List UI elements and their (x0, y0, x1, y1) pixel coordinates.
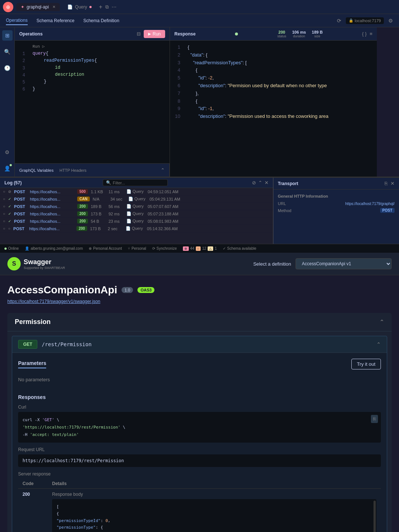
nav-schema-reference[interactable]: Schema Reference (37, 17, 75, 25)
add-tab-button[interactable]: + (99, 4, 102, 10)
permission-group-title: Permission (15, 318, 51, 326)
response-panel: Response 200 status 106 ms duration 189 … (170, 27, 377, 177)
main-editor-area: ⊞ 🔍 🕐 ⚙ 👤 Operations ⊟ ▶ Run (0, 27, 399, 177)
response-body-label: Response body (52, 492, 376, 497)
swagger-select-wrap: Select a definition AccessCompanionApi v… (253, 258, 392, 269)
nav-schema-definition[interactable]: Schema Definition (83, 17, 119, 25)
response-body-scrollbar[interactable] (374, 501, 376, 532)
response-row-200: 200 Response body [ { "permissionTypeId"… (18, 489, 381, 532)
log-panel: Log (57) 🔍 ⊘ ⌃ ✕ ○ ⊘ POST https://localh… (0, 178, 273, 244)
log-clear-icon[interactable]: ⊘ (252, 180, 256, 185)
log-row[interactable]: ○ ✓ POST https://localhos... 200 54 B 23… (0, 218, 273, 225)
log-row[interactable]: ○ ✓ POST https://localhos... CAN N/A 34 … (0, 195, 273, 203)
log-row[interactable]: ○ ⊘ POST https://localhos... 500 1.1 KB … (0, 188, 273, 195)
response-body-block[interactable]: [ { "permissionTypeId": 0, "permissionTy… (52, 499, 376, 532)
log-url-3: https://localhos... (30, 204, 74, 209)
rb-line-1: [ (57, 504, 372, 511)
log-type-6: 📄 Query (126, 226, 144, 231)
log-url-2: https://localhos... (30, 197, 74, 201)
endpoint-header-left: GET /rest/Permission (18, 340, 372, 349)
operations-panel: Operations ⊟ ▶ Run 1 2 3 4 5 6 (15, 27, 170, 177)
log-row[interactable]: ○ ✓ POST https://localhos... 200 173 B 9… (0, 210, 273, 218)
schema-check-icon: ✓ (223, 246, 226, 250)
method-badge-get: GET (18, 340, 37, 349)
code-content[interactable]: Run ▷ query{ readPermissionTypes{ id des… (30, 44, 170, 160)
status-branch: ⑂ Personal (128, 246, 146, 250)
log-type-2: 📄 Query (128, 197, 147, 201)
log-size-1: 1.1 KB (91, 190, 106, 194)
log-row[interactable]: ○ ✓ POST https://localhos... 200 189 B 5… (0, 203, 273, 210)
sidebar-icon-explorer[interactable]: ⊞ (2, 30, 13, 41)
tab-close-graphql[interactable]: ✕ (52, 5, 55, 9)
transport-close-icon[interactable]: ✕ (391, 181, 395, 186)
operations-config-icon[interactable]: ⊟ (137, 31, 141, 37)
log-size-4: 173 B (91, 212, 106, 216)
status-email: 👤 alberto.gruning.zen@gmail.com (25, 246, 83, 250)
response-code: { "data": { "readPermissionTypes": [ { "… (185, 44, 377, 174)
log-type-1: 📄 Query (126, 189, 145, 194)
log-title: Log (57) (4, 180, 22, 185)
log-ts-3: 05:07:07.607 AM (148, 204, 185, 209)
transport-copy-icon[interactable]: ⎘ (385, 181, 388, 186)
stat-duration: 106 ms duration (292, 30, 306, 38)
curl-label: Curl (18, 405, 381, 410)
try-it-button[interactable]: Try it out (351, 359, 381, 369)
api-version-badge: 1.0 (122, 287, 133, 293)
response-content[interactable]: 12345 678910 { "data": { "readPermission… (170, 41, 377, 177)
log-row[interactable]: ○ ○ POST https://localhos... 200 173 B 2… (0, 225, 273, 232)
permission-group-header[interactable]: Permission ⌃ (7, 313, 392, 331)
log-status-2: CAN (77, 197, 90, 201)
tab-query[interactable]: 📄 Query (63, 3, 96, 11)
vars-tab-http[interactable]: HTTP Headers (59, 168, 86, 173)
log-status-6: 200 (76, 226, 87, 231)
transport-method-badge: POST (380, 208, 395, 213)
responses-section: Responses (18, 394, 381, 400)
log-status-1: 500 (77, 189, 88, 194)
log-filter[interactable]: 🔍 (103, 179, 168, 186)
log-method-3: POST (14, 204, 27, 209)
person-icon: 👤 (25, 246, 29, 250)
window-button[interactable]: ⧉ (105, 4, 109, 10)
swagger-definition-select[interactable]: AccessCompanionApi v1 (296, 258, 392, 269)
api-swagger-url[interactable]: https://localhost:7179/swagger/v1/swagge… (7, 299, 392, 304)
response-header: Response 200 status 106 ms duration 189 … (170, 27, 377, 41)
log-actions: ⊘ ⌃ ✕ (252, 180, 269, 185)
log-size-5: 54 B (91, 219, 106, 224)
sidebar-icon-search[interactable]: 🔍 (2, 47, 13, 57)
filter-input[interactable] (113, 181, 164, 185)
log-method-6: POST (13, 226, 26, 231)
status-bar: Online 👤 alberto.gruning.zen@gmail.com ⊕… (0, 244, 399, 253)
line-numbers: 1 2 3 4 5 6 (15, 44, 30, 160)
log-close-icon[interactable]: ✕ (265, 180, 269, 185)
log-rows: ○ ⊘ POST https://localhos... 500 1.1 KB … (0, 188, 273, 244)
refresh-icon[interactable]: ⟳ (337, 18, 341, 24)
transport-header: Transport ⎘ ✕ (273, 178, 399, 190)
sidebar-icons: ⊞ 🔍 🕐 ⚙ 👤 (0, 27, 15, 177)
nav-operations[interactable]: Operations (6, 16, 28, 25)
response-brace-icon[interactable]: { } (362, 31, 366, 37)
log-size-6: 173 B (90, 226, 105, 231)
sidebar-icon-settings[interactable]: ⚙ (2, 147, 13, 157)
response-list-icon[interactable]: ≡ (369, 31, 372, 37)
run-button[interactable]: ▶ Run (144, 30, 165, 38)
log-type-4: 📄 Query (126, 211, 145, 216)
curl-copy-button[interactable]: ⎘ (371, 415, 378, 423)
sidebar-icon-history[interactable]: 🕐 (2, 63, 13, 73)
tab-graphql-api[interactable]: ✦ graphql-api ✕ (16, 3, 60, 11)
log-url-1: https://localhos... (30, 190, 74, 194)
no-params-label: No parameters (18, 374, 381, 388)
log-collapse-icon[interactable]: ⌃ (258, 180, 262, 185)
nav-url: 🔒 localhost:7179 (346, 17, 384, 24)
status-dot (235, 33, 238, 35)
code-editor[interactable]: 1 2 3 4 5 6 Run ▷ query{ readPermissionT… (15, 41, 170, 163)
log-time-2: 34 sec (110, 197, 125, 201)
request-url-display: https://localhost:7179/rest/Permission (18, 454, 381, 467)
more-tabs-button[interactable]: ··· (112, 4, 116, 10)
sidebar-icon-account[interactable]: 👤 (2, 163, 13, 174)
endpoint-header[interactable]: GET /rest/Permission ⌃ (12, 336, 387, 352)
vars-tab-graphql[interactable]: GraphQL Variables (19, 168, 54, 173)
code-line-2: readPermissionTypes{ (33, 57, 167, 64)
vars-collapse-icon[interactable]: ⌃ (161, 167, 165, 173)
settings-icon[interactable]: ⚙ (388, 18, 393, 24)
nav-bar: Operations Schema Reference Schema Defin… (0, 14, 399, 27)
